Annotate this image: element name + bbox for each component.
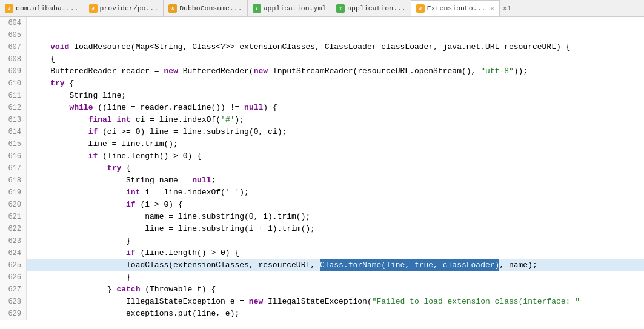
line-number: 617 xyxy=(0,162,27,174)
line-content: try { xyxy=(27,162,131,174)
code-line-611: 611 String line; xyxy=(0,90,644,102)
line-content: } xyxy=(27,271,131,284)
line-number: 616 xyxy=(0,150,27,162)
line-content: } xyxy=(27,235,131,247)
line-number: 626 xyxy=(0,271,27,284)
tab-label: application... xyxy=(347,4,406,12)
code-line-609: 609 BufferedReader reader = new Buffered… xyxy=(0,65,644,78)
line-number: 611 xyxy=(0,90,27,102)
tab-close-icon[interactable]: ✕ xyxy=(490,5,494,12)
yml-icon: Y xyxy=(253,4,261,13)
line-content: final int ci = line.indexOf('#'); xyxy=(27,114,244,126)
code-line-623: 623 } xyxy=(0,235,644,247)
tab-provider-po[interactable]: J provider/po... xyxy=(84,0,164,17)
line-content: line = line.trim(); xyxy=(27,138,178,150)
line-number: 620 xyxy=(0,199,27,211)
code-line-618: 618 String name = null; xyxy=(0,174,644,187)
tab-overflow[interactable]: »1 xyxy=(500,5,515,12)
line-number: 605 xyxy=(0,29,27,41)
line-content: if (i > 0) { xyxy=(27,199,183,211)
line-number: 629 xyxy=(0,308,27,320)
line-content: } catch (Throwable t) { xyxy=(27,284,216,296)
code-line-620: 620 if (i > 0) { xyxy=(0,199,644,211)
line-number: 607 xyxy=(0,41,27,53)
line-number: 614 xyxy=(0,126,27,138)
line-content: if (line.length() > 0) { xyxy=(27,150,202,162)
code-line-613: 613 final int ci = line.indexOf('#'); xyxy=(0,114,644,126)
tab-extension-loader[interactable]: J ExtensionLo... ✕ xyxy=(411,0,500,17)
java-icon: J xyxy=(89,4,98,13)
tab-application[interactable]: Y application... xyxy=(331,0,411,17)
code-line-621: 621 name = line.substring(0, i).trim(); xyxy=(0,211,644,223)
tab-label: provider/po... xyxy=(100,4,159,12)
line-number: 609 xyxy=(0,65,27,78)
code-line-607: 607 void loadResource(Map<String, Class<… xyxy=(0,41,644,53)
line-content: String name = null; xyxy=(27,174,216,187)
line-number: 618 xyxy=(0,174,27,187)
line-content: line = line.substring(i + 1).trim(); xyxy=(27,223,315,235)
line-number: 608 xyxy=(0,53,27,65)
code-line-617: 617 try { xyxy=(0,162,644,174)
xml-icon: X xyxy=(168,4,177,13)
line-number: 624 xyxy=(0,247,27,259)
code-line-626: 626 } xyxy=(0,271,644,284)
code-line-614: 614 if (ci >= 0) line = line.substring(0… xyxy=(0,126,644,138)
line-content: IllegalStateException e = new IllegalSta… xyxy=(27,296,580,308)
line-number: 625 xyxy=(0,259,27,271)
line-number: 612 xyxy=(0,102,27,114)
line-content: void loadResource(Map<String, Class<?>> … xyxy=(27,41,570,53)
code-line-627: 627 } catch (Throwable t) { xyxy=(0,284,644,296)
line-number: 623 xyxy=(0,235,27,247)
code-line-625: 625 loadClass(extensionClasses, resource… xyxy=(0,259,644,271)
tab-com-alibaba[interactable]: J com.alibaba.... xyxy=(0,0,84,17)
line-content: name = line.substring(0, i).trim(); xyxy=(27,211,310,223)
line-number: 619 xyxy=(0,187,27,199)
line-content xyxy=(27,17,32,29)
code-line-628: 628 IllegalStateException e = new Illega… xyxy=(0,296,644,308)
tab-bar: J com.alibaba.... J provider/po... X Dub… xyxy=(0,0,644,17)
line-content xyxy=(27,29,32,41)
code-line-612: 612 while ((line = reader.readLine()) !=… xyxy=(0,102,644,114)
code-line-610: 610 try { xyxy=(0,78,644,90)
line-number: 622 xyxy=(0,223,27,235)
line-content: loadClass(extensionClasses, resourceURL,… xyxy=(27,259,537,271)
yml-icon: Y xyxy=(336,4,345,13)
code-line-605: 605 xyxy=(0,29,644,41)
line-content: if (ci >= 0) line = line.substring(0, ci… xyxy=(27,126,287,138)
code-line-615: 615 line = line.trim(); xyxy=(0,138,644,150)
line-content: if (line.length() > 0) { xyxy=(27,247,239,259)
line-content: while ((line = reader.readLine()) != nul… xyxy=(27,102,277,114)
line-content: int i = line.indexOf('='); xyxy=(27,187,249,199)
code-area: 604605607 void loadResource(Map<String, … xyxy=(0,17,644,320)
line-number: 613 xyxy=(0,114,27,126)
line-number: 621 xyxy=(0,211,27,223)
line-content: { xyxy=(27,53,55,65)
code-line-616: 616 if (line.length() > 0) { xyxy=(0,150,644,162)
tab-label: DubboConsume... xyxy=(179,4,242,12)
java-icon: J xyxy=(5,4,13,13)
code-line-619: 619 int i = line.indexOf('='); xyxy=(0,187,644,199)
line-content: exceptions.put(line, e); xyxy=(27,308,239,320)
line-content: BufferedReader reader = new BufferedRead… xyxy=(27,65,528,78)
line-content: try { xyxy=(27,78,74,90)
line-number: 628 xyxy=(0,296,27,308)
code-line-629: 629 exceptions.put(line, e); xyxy=(0,308,644,320)
java-icon: J xyxy=(416,4,425,13)
code-line-624: 624 if (line.length() > 0) { xyxy=(0,247,644,259)
tab-application-yml[interactable]: Y application.yml xyxy=(248,0,332,17)
code-line-608: 608 { xyxy=(0,53,644,65)
line-number: 604 xyxy=(0,17,27,29)
tab-dubbo-consume[interactable]: X DubboConsume... xyxy=(164,0,248,17)
code-line-604: 604 xyxy=(0,17,644,29)
tab-label: com.alibaba.... xyxy=(16,4,79,12)
line-number: 627 xyxy=(0,284,27,296)
tab-label: ExtensionLo... xyxy=(427,4,486,12)
line-number: 615 xyxy=(0,138,27,150)
tab-label: application.yml xyxy=(264,4,327,12)
line-content: String line; xyxy=(27,90,126,102)
line-number: 610 xyxy=(0,78,27,90)
code-line-622: 622 line = line.substring(i + 1).trim(); xyxy=(0,223,644,235)
